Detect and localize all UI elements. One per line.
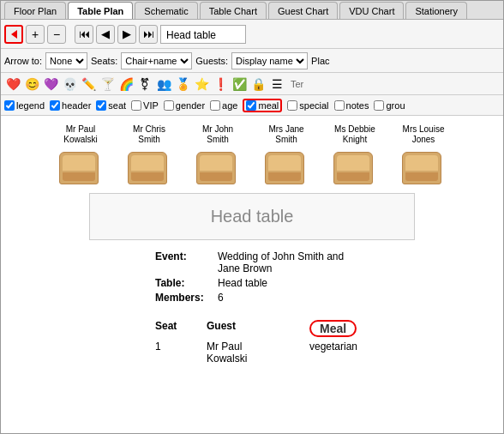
nav-play-button[interactable]: ▶ xyxy=(117,25,136,44)
gender-checkbox[interactable] xyxy=(164,100,174,111)
special-checkbox[interactable] xyxy=(287,100,297,111)
group-icon[interactable]: 👥 xyxy=(155,75,172,93)
heart-icon[interactable]: ❤️ xyxy=(4,75,21,93)
vip-label: VIP xyxy=(143,100,159,111)
svg-marker-0 xyxy=(11,30,17,39)
seats-select[interactable]: Chair+name xyxy=(121,52,192,69)
head-table-label: Head table xyxy=(211,207,294,226)
notes-checkbox-item: notes xyxy=(334,100,369,111)
guest-name-5: Ms DebbieKnight xyxy=(334,124,375,148)
star-icon[interactable]: ⭐ xyxy=(193,75,210,93)
meal-checkbox[interactable] xyxy=(246,100,256,111)
head-table-box: Head table xyxy=(89,193,415,240)
meal-checkbox-item: meal xyxy=(243,99,282,112)
notes-label: notes xyxy=(346,100,369,111)
tab-bar: Floor Plan Table Plan Schematic Table Ch… xyxy=(1,1,503,20)
meal-col-meal-header: Meal xyxy=(309,320,357,337)
guests-select[interactable]: Display name xyxy=(231,52,308,69)
guest-name-1: Mr PaulKowalski xyxy=(63,124,97,148)
meal-header-row: Seat Guest Meal xyxy=(155,320,349,337)
age-checkbox-item: age xyxy=(210,100,237,111)
smiley-icon[interactable]: 😊 xyxy=(23,75,40,93)
exclaim-icon[interactable]: ❗ xyxy=(212,75,229,93)
vip-checkbox[interactable] xyxy=(131,100,141,111)
toolbar-icons: ❤️ 😊 💜 💀 ✏️ 🍸 🌈 ⚧ 👥 🏅 ⭐ ❗ ✅ 🔒 ☰ Ter xyxy=(1,73,503,95)
seat-checkbox-item: seat xyxy=(96,100,126,111)
guest-name-3: Mr JohnSmith xyxy=(202,124,233,148)
cocktail-icon[interactable]: 🍸 xyxy=(99,75,116,93)
nav-last-button[interactable]: ⏭ xyxy=(139,25,158,44)
members-label: Members: xyxy=(155,292,211,304)
meal-label: meal xyxy=(258,100,279,111)
special-checkbox-item: special xyxy=(287,100,328,111)
main-content: Mr PaulKowalski Mr ChrisSmith Mr JohnSmi… xyxy=(1,116,503,433)
seat-col-1: Mr PaulKowalski xyxy=(50,124,111,186)
guest-name-4: Mrs JaneSmith xyxy=(268,124,303,148)
table-value: Head table xyxy=(218,277,267,289)
menu-icon[interactable]: ☰ xyxy=(268,75,285,93)
tab-vdu-chart[interactable]: VDU Chart xyxy=(339,2,404,19)
tab-guest-chart[interactable]: Guest Chart xyxy=(268,2,338,19)
nav-prev-button[interactable]: ◀ xyxy=(96,25,115,44)
seat-col-3: Mr JohnSmith xyxy=(187,124,249,186)
guests-label: Guests: xyxy=(195,56,228,66)
seats-section: Mr PaulKowalski Mr ChrisSmith Mr JohnSmi… xyxy=(1,116,503,240)
place-label: Plac xyxy=(311,56,329,66)
meal-col-guest-header: Guest xyxy=(207,320,284,337)
legend-checkbox[interactable] xyxy=(4,100,15,111)
meal-meal-1: vegetarian xyxy=(309,341,357,365)
seat-icon-3 xyxy=(196,152,239,186)
medal-icon[interactable]: 🏅 xyxy=(174,75,191,93)
members-row: Members: 6 xyxy=(155,292,349,304)
ter-label: Ter xyxy=(291,79,303,89)
table-name-display: Head table xyxy=(160,25,246,44)
group-checkbox-item: grou xyxy=(374,100,405,111)
special-label: special xyxy=(299,100,328,111)
meal-data-row-1: 1 Mr Paul Kowalski vegetarian xyxy=(155,341,349,365)
notes-checkbox[interactable] xyxy=(334,100,345,111)
gender-checkbox-item: gender xyxy=(164,100,205,111)
nav-first-button[interactable]: ⏮ xyxy=(75,25,93,44)
back-button[interactable] xyxy=(4,25,23,44)
gender-icon[interactable]: ⚧ xyxy=(136,75,153,93)
legend-label: legend xyxy=(16,100,45,111)
check-icon[interactable]: ✅ xyxy=(231,75,248,93)
seat-icon-5 xyxy=(333,152,376,186)
zoom-out-button[interactable]: − xyxy=(47,25,66,44)
tab-table-plan[interactable]: Table Plan xyxy=(68,2,133,19)
purple-circle-icon[interactable]: 💜 xyxy=(42,75,59,93)
arrow-to-select[interactable]: None xyxy=(45,52,87,69)
seat-col-2: Mr ChrisSmith xyxy=(118,124,180,186)
gender-label: gender xyxy=(176,100,205,111)
rainbow-icon[interactable]: 🌈 xyxy=(117,75,135,93)
header-checkbox[interactable] xyxy=(50,100,60,111)
seat-col-4: Mrs JaneSmith xyxy=(255,124,317,186)
guest-name-6: Mrs LouiseJones xyxy=(403,124,445,148)
info-section: Event: Wedding of John Smith and Jane Br… xyxy=(1,240,503,313)
event-value: Wedding of John Smith and Jane Brown xyxy=(218,250,349,274)
toolbar-options: Arrow to: None Seats: Chair+name Guests:… xyxy=(1,49,503,73)
age-checkbox[interactable] xyxy=(210,100,220,111)
tab-table-chart[interactable]: Table Chart xyxy=(200,2,267,19)
tab-floor-plan[interactable]: Floor Plan xyxy=(4,2,66,19)
zoom-in-button[interactable]: + xyxy=(26,25,45,44)
tab-stationery[interactable]: Stationery xyxy=(405,2,467,19)
toolbar-checkboxes: legend header seat VIP gender age meal xyxy=(1,95,503,116)
toolbar-nav: + − ⏮ ◀ ▶ ⏭ Head table xyxy=(1,20,503,49)
app-window: Floor Plan Table Plan Schematic Table Ch… xyxy=(0,0,504,434)
seats-label: Seats: xyxy=(91,56,117,66)
seat-icon-4 xyxy=(265,152,308,186)
header-label: header xyxy=(62,100,91,111)
meal-section: Seat Guest Meal 1 Mr Paul Kowalski veget… xyxy=(1,313,503,365)
seat-label: seat xyxy=(108,100,126,111)
lock-icon[interactable]: 🔒 xyxy=(249,75,267,93)
guest-name-2: Mr ChrisSmith xyxy=(133,124,165,148)
seat-icon-1 xyxy=(59,152,102,186)
group-checkbox[interactable] xyxy=(374,100,384,111)
tab-schematic[interactable]: Schematic xyxy=(135,2,197,19)
skull-icon[interactable]: 💀 xyxy=(61,75,78,93)
event-row: Event: Wedding of John Smith and Jane Br… xyxy=(155,250,349,274)
pencil-icon[interactable]: ✏️ xyxy=(80,75,97,93)
group-label: grou xyxy=(386,100,405,111)
seat-checkbox[interactable] xyxy=(96,100,106,111)
